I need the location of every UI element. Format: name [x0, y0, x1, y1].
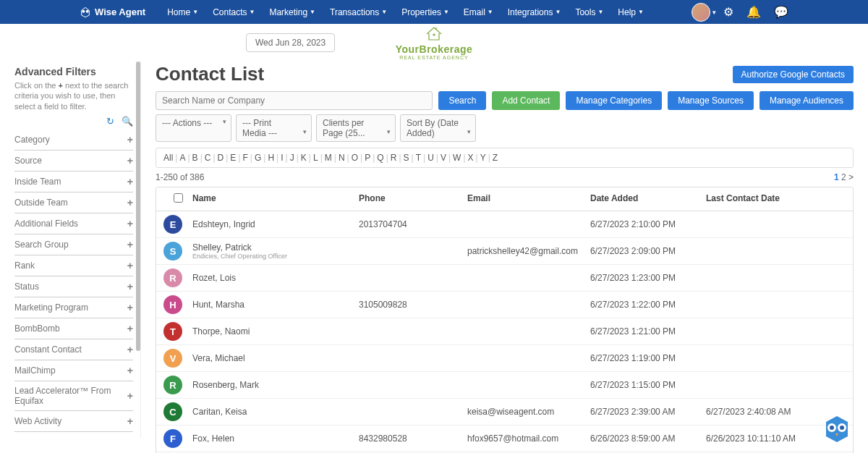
- plus-icon[interactable]: +: [127, 415, 133, 427]
- col-last-contact[interactable]: Last Contact Date: [706, 193, 846, 205]
- filter-custom-client-fields[interactable]: Custom Client Fields+: [14, 432, 133, 438]
- sort-dropdown[interactable]: Sort By (Date Added): [400, 114, 476, 142]
- table-row[interactable]: RRosenberg, Mark6/27/2023 1:15:00 PM: [156, 372, 853, 399]
- nav-contacts[interactable]: Contacts▼: [205, 7, 262, 17]
- alpha-r[interactable]: R: [391, 153, 397, 163]
- filter-bombbomb[interactable]: BombBomb+: [14, 318, 133, 339]
- alpha-u[interactable]: U: [427, 153, 434, 163]
- plus-icon[interactable]: +: [127, 365, 133, 376]
- actions-dropdown[interactable]: --- Actions ---: [156, 114, 231, 142]
- nav-integrations[interactable]: Integrations▼: [501, 7, 569, 17]
- table-row[interactable]: CCaritan, Keisakeisa@wiseagent.com6/27/2…: [156, 399, 853, 426]
- plus-icon[interactable]: +: [127, 436, 133, 438]
- plus-icon[interactable]: +: [127, 155, 133, 166]
- plus-icon[interactable]: +: [127, 218, 133, 229]
- col-name[interactable]: Name: [192, 193, 359, 205]
- filter-web-activity[interactable]: Web Activity+: [14, 411, 133, 432]
- plus-icon[interactable]: +: [127, 176, 133, 187]
- table-row[interactable]: SShelley, PatrickEndicies, Chief Operati…: [156, 238, 853, 265]
- search-icon[interactable]: 🔍: [122, 116, 133, 127]
- nav-home[interactable]: Home▼: [160, 7, 205, 17]
- alpha-a[interactable]: A: [179, 153, 185, 163]
- search-button[interactable]: Search: [438, 91, 486, 110]
- alpha-p[interactable]: P: [365, 153, 370, 163]
- col-date-added[interactable]: Date Added: [590, 193, 706, 205]
- alpha-t[interactable]: T: [416, 153, 421, 163]
- plus-icon[interactable]: +: [127, 281, 133, 292]
- table-row[interactable]: EEdshteyn, Ingrid20137047046/27/2023 2:1…: [156, 211, 853, 238]
- filter-category[interactable]: Category+: [14, 130, 133, 151]
- print-media-dropdown[interactable]: --- Print Media ---: [236, 114, 312, 142]
- alpha-q[interactable]: Q: [377, 153, 383, 163]
- refresh-icon[interactable]: ↻: [106, 116, 114, 127]
- nav-tools[interactable]: Tools▼: [568, 7, 610, 17]
- alpha-l[interactable]: L: [313, 153, 318, 163]
- plus-icon[interactable]: +: [127, 134, 133, 145]
- nav-marketing[interactable]: Marketing▼: [262, 7, 323, 17]
- filter-constant-contact[interactable]: Constant Contact+: [14, 339, 133, 360]
- plus-icon[interactable]: +: [127, 197, 133, 208]
- filter-search-group[interactable]: Search Group+: [14, 234, 133, 255]
- alpha-e[interactable]: E: [230, 153, 236, 163]
- chat-icon[interactable]: 💬: [774, 5, 788, 19]
- alpha-d[interactable]: D: [218, 153, 224, 163]
- alpha-c[interactable]: C: [205, 153, 211, 163]
- table-row[interactable]: HHunt, Marsha31050098286/27/2023 1:22:00…: [156, 292, 853, 318]
- filter-additional-fields[interactable]: Additional Fields+: [14, 213, 133, 234]
- table-row[interactable]: RRozet, Lois6/27/2023 1:23:00 PM: [156, 265, 853, 292]
- alpha-i[interactable]: I: [281, 153, 283, 163]
- alpha-m[interactable]: M: [325, 153, 332, 163]
- add-contact-button[interactable]: Add Contact: [492, 91, 560, 110]
- plus-icon[interactable]: +: [127, 302, 133, 313]
- user-avatar[interactable]: ▾: [692, 3, 710, 22]
- alpha-y[interactable]: Y: [480, 153, 486, 163]
- table-row[interactable]: FFox, Helen8432980528hfox9657@hotmail.co…: [156, 426, 853, 452]
- manage-audiences-button[interactable]: Manage Audiences: [760, 91, 854, 110]
- alpha-k[interactable]: K: [301, 153, 307, 163]
- filter-status[interactable]: Status+: [14, 276, 133, 297]
- alpha-b[interactable]: B: [192, 153, 198, 163]
- manage-sources-button[interactable]: Manage Sources: [668, 91, 754, 110]
- filter-rank[interactable]: Rank+: [14, 255, 133, 276]
- nav-transactions[interactable]: Transactions▼: [323, 7, 394, 17]
- alpha-all[interactable]: All: [163, 153, 173, 163]
- nav-help[interactable]: Help▼: [610, 7, 651, 17]
- brand-logo[interactable]: Wise Agent: [80, 7, 145, 18]
- plus-icon[interactable]: +: [127, 239, 133, 250]
- alpha-w[interactable]: W: [453, 153, 461, 163]
- gear-icon[interactable]: ⚙: [723, 5, 733, 19]
- select-all-checkbox[interactable]: [174, 193, 183, 203]
- scrollbar[interactable]: [136, 62, 140, 351]
- col-email[interactable]: Email: [467, 193, 590, 205]
- table-row[interactable]: TThorpe, Naomi6/27/2023 1:21:00 PM: [156, 318, 853, 345]
- plus-icon[interactable]: +: [127, 390, 133, 402]
- alpha-n[interactable]: N: [339, 153, 345, 163]
- authorize-google-button[interactable]: Authorize Google Contacts: [733, 66, 854, 83]
- nav-properties[interactable]: Properties▼: [394, 7, 456, 17]
- filter-lead-accelerator-from-equifax[interactable]: Lead Accelerator™ From Equifax+: [14, 381, 133, 411]
- filter-source[interactable]: Source+: [14, 151, 133, 172]
- pager-current[interactable]: 1: [834, 172, 839, 182]
- alpha-o[interactable]: O: [352, 153, 358, 163]
- plus-icon[interactable]: +: [127, 344, 133, 355]
- filter-mailchimp[interactable]: MailChimp+: [14, 360, 133, 381]
- plus-icon[interactable]: +: [127, 260, 133, 271]
- alpha-v[interactable]: V: [441, 153, 446, 163]
- alpha-z[interactable]: Z: [493, 153, 498, 163]
- alpha-x[interactable]: X: [468, 153, 474, 163]
- help-owl-icon[interactable]: [819, 415, 855, 446]
- pager-next[interactable]: 2: [841, 172, 846, 182]
- alpha-f[interactable]: F: [242, 153, 247, 163]
- table-row[interactable]: VVera, Michael6/27/2023 1:19:00 PM: [156, 345, 853, 372]
- alpha-g[interactable]: G: [255, 153, 261, 163]
- filter-inside-team[interactable]: Inside Team+: [14, 172, 133, 192]
- col-phone[interactable]: Phone: [359, 193, 467, 205]
- alpha-j[interactable]: J: [290, 153, 294, 163]
- alpha-h[interactable]: H: [268, 153, 274, 163]
- pager-arrow[interactable]: >: [848, 172, 854, 182]
- filter-outside-team[interactable]: Outside Team+: [14, 192, 133, 213]
- per-page-dropdown[interactable]: Clients per Page (25...: [316, 114, 396, 142]
- bell-icon[interactable]: 🔔: [746, 5, 761, 19]
- plus-icon[interactable]: +: [127, 323, 133, 334]
- filter-marketing-program[interactable]: Marketing Program+: [14, 297, 133, 318]
